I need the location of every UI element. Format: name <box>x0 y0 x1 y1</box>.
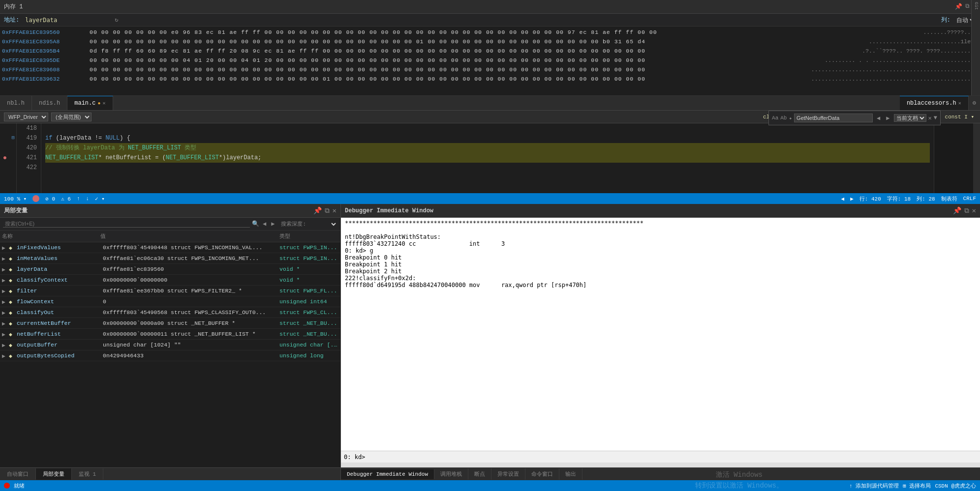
find-aa-btn[interactable]: Aa <box>772 115 778 121</box>
local-variable-row[interactable]: ▶ ◆ classifyOut 0xfffff803`45490568 stru… <box>0 307 340 318</box>
local-variable-row[interactable]: ▶ ◆ inFixedValues 0xfffff803`45490448 st… <box>0 242 340 253</box>
local-variable-row[interactable]: ▶ ◆ filter 0xfffae81`ee367bb0 struct FWP… <box>0 286 340 296</box>
expand-btn[interactable]: ▶ <box>2 298 9 305</box>
code-content[interactable]: if (layerData != NULL) { // 强制转换 layerDa… <box>41 123 934 193</box>
find-input[interactable] <box>794 114 873 122</box>
find-prev-btn[interactable]: ◀ <box>875 115 882 122</box>
debugger-tab-0[interactable]: Debugger Immediate Window <box>341 469 434 479</box>
add-to-source-btn[interactable]: ↑ 添加到源代码管理 <box>849 482 899 490</box>
depth-select[interactable] <box>308 221 337 228</box>
refresh-icon[interactable]: ↻ <box>115 16 118 24</box>
variable-value: 0n4294946433 <box>103 352 279 359</box>
breakpoint-marker[interactable] <box>0 133 10 143</box>
local-variable-row[interactable]: ▶ ◆ outputBytesCopied 0n4294946433 unsig… <box>0 350 340 361</box>
nav-left[interactable]: ◀ <box>841 196 845 202</box>
locals-content[interactable]: ▶ ◆ inFixedValues 0xfffff803`45490448 st… <box>0 242 340 467</box>
debug-icon[interactable] <box>32 195 39 202</box>
find-expand-btn[interactable]: ▼ <box>934 115 937 121</box>
local-variable-row[interactable]: ▶ ◆ layerData 0xfffae81`ec839560 void * <box>0 264 340 275</box>
tab-ndis[interactable]: ndis.h <box>32 96 67 110</box>
memory-dock-icon[interactable]: ⧉ <box>965 3 970 10</box>
debugger-scrollbar[interactable] <box>341 462 980 467</box>
expand-btn[interactable]: ▶ <box>2 255 9 262</box>
debugger-input[interactable] <box>368 453 980 462</box>
scrollbar-vert[interactable] <box>973 123 980 193</box>
breakpoint-marker[interactable] <box>0 143 10 153</box>
nav-down[interactable]: ↓ <box>86 196 90 202</box>
locals-tab-0[interactable]: 自动窗口 <box>0 468 36 480</box>
locals-tab-1[interactable]: 局部变量 <box>36 468 72 480</box>
zoom-level[interactable]: 100 % ▾ <box>4 196 27 202</box>
find-pin-btn[interactable]: ✦ <box>789 115 792 121</box>
expand-btn[interactable]: ▶ <box>2 352 9 359</box>
debugger-panel: Debugger Immediate Window 📌 ⧉ ✕ ********… <box>341 204 980 480</box>
debugger-tab-1[interactable]: 调用堆栈 <box>434 468 468 480</box>
debugger-pin-icon[interactable]: 📌 <box>953 206 961 215</box>
expand-btn[interactable]: ▶ <box>2 277 9 284</box>
find-scope-select[interactable]: 当前文档 <box>894 114 926 122</box>
status-right: ↑ 添加到源代码管理 ⊞ 选择布局 CSDN @虎虎之心 <box>849 482 976 490</box>
locals-dock-icon[interactable]: ⧉ <box>325 207 330 215</box>
eol-info: CRLF <box>963 196 976 202</box>
breakpoint-marker[interactable]: ● <box>0 153 10 163</box>
variable-name: filter <box>17 288 103 294</box>
local-variable-row[interactable]: ▶ ◆ classifyContext 0x00000000`00000000 … <box>0 275 340 286</box>
expand-btn[interactable]: ▶ <box>2 309 9 316</box>
status-bar: 就绪 ↑ 添加到源代码管理 ⊞ 选择布局 CSDN @虎虎之心 激活 Windo… <box>0 480 980 491</box>
debugger-dock-icon[interactable]: ⧉ <box>964 207 969 215</box>
nav-up[interactable]: ↑ <box>77 196 80 202</box>
expand-btn[interactable]: ▶ <box>2 288 9 294</box>
breakpoint-marker[interactable] <box>0 163 10 173</box>
local-variable-row[interactable]: ▶ ◆ flowContext 0 unsigned int64 <box>0 296 340 307</box>
debugger-tab-3[interactable]: 异常设置 <box>491 468 525 480</box>
local-variable-row[interactable]: ▶ ◆ currentNetBuffer 0x00000000`0000a00 … <box>0 318 340 329</box>
address-input[interactable] <box>23 16 112 24</box>
expand-btn[interactable]: ▶ <box>2 320 9 327</box>
select-layout-btn[interactable]: ⊞ 选择布局 <box>903 482 931 490</box>
tab-main-label: main.c <box>74 100 95 107</box>
memory-ascii: .......?????... <box>880 28 978 37</box>
find-ab-btn[interactable]: Ab <box>780 115 787 121</box>
debugger-tab-4[interactable]: 命令窗口 <box>525 468 559 480</box>
expand-btn[interactable]: ▶ <box>2 244 9 251</box>
expand-btn[interactable]: ▶ <box>2 266 9 273</box>
locals-tab-2[interactable]: 监视 1 <box>72 468 103 480</box>
tab-nblaccessors[interactable]: nblaccessors.h ✕ <box>900 96 969 110</box>
lint-options[interactable]: ✓ ▾ <box>95 196 105 202</box>
debugger-tab-2[interactable]: 断点 <box>468 468 491 480</box>
search-fwd-btn[interactable]: ▶ <box>270 220 276 228</box>
variable-icon: ◆ <box>9 288 17 294</box>
tab-main[interactable]: main.c ● ✕ <box>67 96 113 110</box>
memory-hex: 00 00 00 00 00 00 00 00 00 00 00 00 00 0… <box>90 74 811 84</box>
tab-main-modified: ● <box>97 101 100 106</box>
debugger-close-icon[interactable]: ✕ <box>972 206 976 215</box>
memory-pin-icon[interactable]: 📌 <box>955 3 962 10</box>
tab-nblaccessors-close[interactable]: ✕ <box>958 100 961 106</box>
locals-close-icon[interactable]: ✕ <box>333 206 337 215</box>
variable-type: unsigned char [... <box>279 342 338 348</box>
memory-content[interactable]: 0xFFFAE81EC83956000 00 00 00 00 00 00 e0… <box>0 27 980 95</box>
expand-btn[interactable]: ▶ <box>2 331 9 338</box>
find-close-btn[interactable]: ✕ <box>928 115 932 122</box>
tab-settings-icon[interactable]: ⚙ <box>969 99 980 107</box>
expand-btn[interactable]: ▶ <box>2 342 9 348</box>
find-next-btn[interactable]: ▶ <box>884 115 891 122</box>
debugger-prompt: 0: kd> <box>341 453 368 462</box>
search-back-btn[interactable]: ◀ <box>261 220 268 228</box>
scope-select[interactable]: (全局范围) <box>51 113 92 121</box>
debugger-tab-5[interactable]: 输出 <box>559 468 582 480</box>
local-variable-row[interactable]: ▶ ◆ netBufferList 0x00000000`00000011 st… <box>0 329 340 340</box>
memory-ascii: ...........................1le? <box>869 37 978 46</box>
local-variable-row[interactable]: ▶ ◆ inMetaValues 0xfffae81`ec06ca30 stru… <box>0 253 340 264</box>
project-select[interactable]: WFP_Driver <box>4 113 48 121</box>
minimap <box>934 123 973 193</box>
local-variable-row[interactable]: ▶ ◆ outputBuffer unsigned char [1024] ""… <box>0 340 340 350</box>
breakpoint-marker[interactable] <box>0 123 10 133</box>
locals-pin-icon[interactable]: 📌 <box>313 206 322 215</box>
variable-name: inFixedValues <box>17 244 103 251</box>
tab-main-close[interactable]: ✕ <box>102 100 105 106</box>
nav-right-btn[interactable]: ▶ <box>850 196 854 202</box>
tab-nbl[interactable]: nbl.h <box>0 96 32 110</box>
locals-search-input[interactable] <box>3 220 250 228</box>
bottom-panels: 局部变量 📌 ⧉ ✕ 🔍 ◀ ▶ 搜索深度: 名称 值 类型 ▶ ◆ inFix… <box>0 204 980 480</box>
